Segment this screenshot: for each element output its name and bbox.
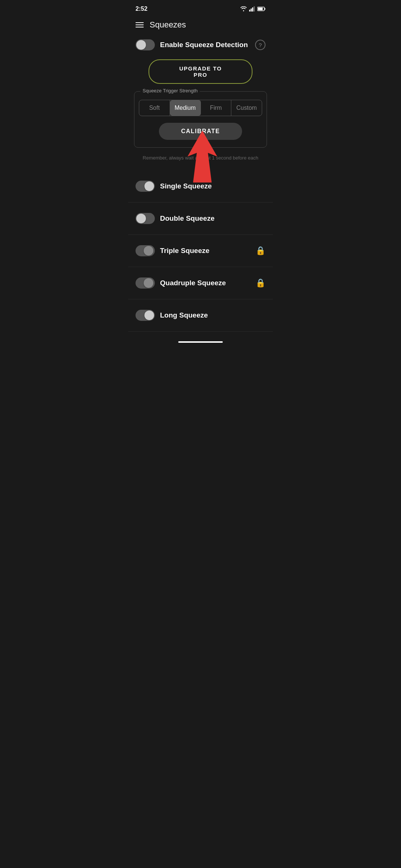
status-bar: 2:52 [128,0,273,16]
status-time: 2:52 [136,6,147,12]
page-title: Squeezes [150,20,186,30]
squeeze-trigger-label: Squeeze Trigger Strength [140,88,200,93]
calibrate-button[interactable]: CALIBRATE [159,123,242,140]
svg-rect-3 [254,6,255,11]
svg-rect-0 [249,10,250,11]
battery-icon [257,7,265,11]
long-squeeze-label: Long Squeeze [160,311,265,319]
upgrade-to-pro-button[interactable]: UPGRADE TO PRO [149,59,252,84]
quadruple-squeeze-item: Quadruple Squeeze 🔒 [128,267,273,299]
svg-rect-1 [251,9,252,11]
triple-squeeze-label: Triple Squeeze [160,247,250,255]
calibrate-container: CALIBRATE [139,123,262,140]
long-squeeze-item: Long Squeeze [128,299,273,332]
squeeze-trigger-box: Squeeze Trigger Strength Soft Medium Fir… [134,91,267,148]
help-button[interactable]: ? [255,40,265,50]
double-squeeze-toggle[interactable] [136,213,155,224]
enable-detection-toggle[interactable] [136,39,155,50]
single-squeeze-label: Single Squeeze [160,182,265,190]
wifi-icon [240,6,247,11]
enable-detection-label: Enable Squeeze Detection [160,41,250,49]
signal-icon [249,6,255,11]
svg-rect-2 [252,7,253,11]
squeeze-strength-selector: Soft Medium Firm Custom [139,100,262,116]
hint-text: Remember, always wait at least 1 second … [128,149,273,170]
triple-squeeze-item: Triple Squeeze 🔒 [128,235,273,267]
quadruple-squeeze-label: Quadruple Squeeze [160,279,250,287]
status-icons [240,6,265,11]
triple-squeeze-lock-icon: 🔒 [255,246,265,256]
home-indicator [178,341,223,343]
double-squeeze-label: Double Squeeze [160,214,265,223]
svg-rect-6 [258,8,263,10]
hamburger-menu-button[interactable] [136,22,144,27]
double-squeeze-item: Double Squeeze [128,203,273,235]
upgrade-container: UPGRADE TO PRO [128,56,273,90]
seg-option-firm[interactable]: Firm [201,100,232,116]
seg-option-medium[interactable]: Medium [170,100,201,116]
seg-option-custom[interactable]: Custom [231,100,262,116]
top-bar: Squeezes [128,16,273,33]
bottom-navigation-bar [128,335,273,346]
seg-option-soft[interactable]: Soft [139,100,170,116]
quadruple-squeeze-lock-icon: 🔒 [255,278,265,288]
single-squeeze-toggle[interactable] [136,181,155,192]
triple-squeeze-toggle[interactable] [136,245,155,256]
enable-detection-row: Enable Squeeze Detection ? [128,33,273,56]
quadruple-squeeze-toggle[interactable] [136,277,155,289]
single-squeeze-item: Single Squeeze [128,170,273,203]
svg-rect-5 [265,8,265,10]
long-squeeze-toggle[interactable] [136,310,155,321]
